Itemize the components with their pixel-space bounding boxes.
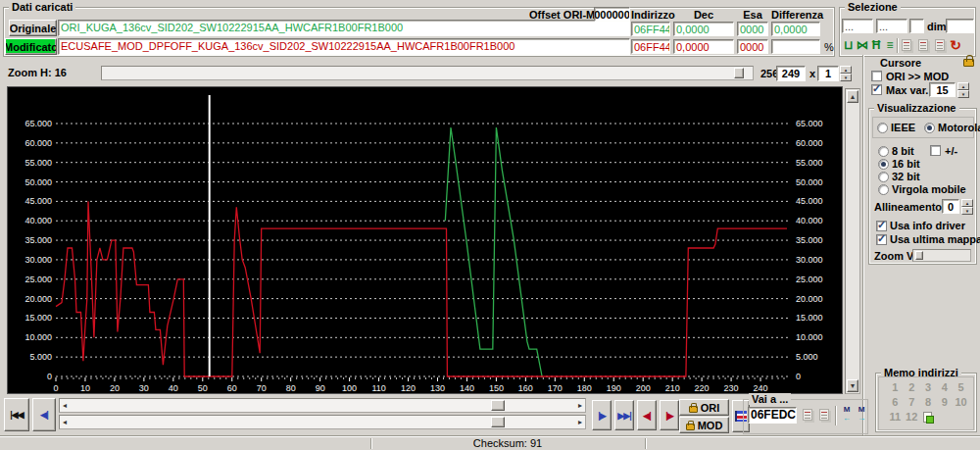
svg-text:60.000: 60.000	[796, 138, 823, 148]
max-var-checkbox[interactable]	[871, 84, 882, 95]
marker-next-icon[interactable]: M →	[855, 405, 868, 423]
hscrollbar-ori[interactable]: ◂ ▸	[59, 398, 586, 413]
scroll-left-icon[interactable]: ◂	[63, 400, 67, 411]
lock-ori-button[interactable]: ORI	[679, 399, 729, 416]
vai-a-group: Vai a ... 06FEDC M ← M →	[743, 399, 868, 434]
copy-selection-icon[interactable]	[902, 39, 911, 51]
address-list-prev-icon[interactable]	[803, 409, 812, 421]
originale-button[interactable]: Originale	[9, 20, 57, 36]
virgola-mobile-radio[interactable]	[878, 184, 889, 195]
chart-vscrollbar[interactable]: ▴ ▾	[845, 88, 860, 394]
vai-a-input[interactable]: 06FEDC	[748, 407, 797, 424]
allineamento-input[interactable]: 0	[942, 199, 959, 214]
memo-slot[interactable]: 5	[953, 381, 969, 395]
zoom-v-slider-track[interactable]	[912, 249, 971, 262]
step-back-button[interactable]: ◀|	[32, 398, 56, 431]
select-rows-icon[interactable]: ≡	[883, 37, 897, 53]
svg-text:10: 10	[80, 383, 90, 393]
usa-info-driver-checkbox[interactable]	[876, 221, 887, 231]
svg-text:50.000: 50.000	[24, 177, 52, 187]
memo-slot[interactable]: 1	[887, 381, 904, 395]
memo-slot[interactable]: 8	[920, 396, 937, 410]
scroll-right-icon[interactable]: ▸	[578, 400, 582, 411]
refresh-icon[interactable]: ↻	[949, 37, 962, 53]
memo-indirizzi-group: Memo indirizzi 1 2 3 4 5 6 7 8 9 10 11 1…	[875, 373, 977, 432]
zoom-h-slider-thumb[interactable]	[734, 68, 744, 78]
hscroll-thumb-ori[interactable]	[491, 400, 505, 411]
motorola-radio[interactable]	[924, 123, 935, 133]
memo-slot[interactable]: 2	[904, 381, 920, 395]
virgola-mobile-label: Virgola mobile	[892, 183, 966, 195]
memo-slot[interactable]: 10	[953, 396, 969, 410]
memo-clear-icon[interactable]	[920, 411, 937, 425]
spinner-up-icon[interactable]: ▴	[961, 199, 973, 207]
zoom-h-factor-spinner[interactable]: ▴ ▾	[840, 66, 852, 81]
spinner-up-icon[interactable]: ▴	[840, 66, 852, 74]
spinner-down-icon[interactable]: ▾	[961, 207, 973, 215]
memo-slot[interactable]: 11	[887, 411, 904, 425]
step-forward-diff-button[interactable]: |▶	[660, 400, 679, 430]
memo-slot[interactable]: 7	[904, 396, 920, 410]
map-chart-canvas[interactable]: 005.0005.00010.00010.00015.00015.00020.0…	[8, 87, 842, 393]
spinner-up-icon[interactable]: ▴	[957, 82, 969, 90]
lock-mod-label: MOD	[698, 420, 723, 431]
marker-prev-icon[interactable]: M ←	[840, 405, 854, 423]
ori-to-mod-checkbox[interactable]	[871, 71, 882, 81]
lock-mod-button[interactable]: MOD	[679, 417, 729, 433]
hscroll-thumb-mod[interactable]	[491, 417, 505, 427]
selection-len-input[interactable]	[909, 19, 924, 33]
dim-input[interactable]	[946, 19, 974, 33]
mod-esa-value: 0000	[737, 39, 768, 54]
usa-info-driver-label: Usa info driver	[890, 220, 965, 231]
ieee-radio[interactable]	[877, 123, 888, 133]
scroll-left-icon[interactable]: ◂	[63, 417, 67, 427]
fast-forward-button[interactable]: ▶▶|	[614, 400, 634, 430]
allineamento-spinner[interactable]: ▴ ▾	[961, 199, 973, 214]
hscrollbar-mod[interactable]: ◂ ▸	[59, 415, 586, 429]
bit32-radio[interactable]	[878, 172, 889, 182]
lock-icon[interactable]	[963, 59, 974, 67]
step-back-diff-button[interactable]: ◀|	[637, 400, 657, 430]
select-start-icon[interactable]: ⊔	[842, 37, 856, 53]
select-range-icon[interactable]: ⋈	[856, 37, 869, 53]
svg-text:55.000: 55.000	[796, 158, 823, 168]
restore-selection-icon[interactable]	[935, 39, 945, 51]
selection-from-input[interactable]: ...	[842, 19, 873, 33]
zoom-v-slider-thumb[interactable]	[915, 251, 923, 260]
bit16-radio[interactable]	[878, 159, 889, 170]
scroll-up-icon[interactable]: ▴	[847, 90, 858, 103]
select-width-icon[interactable]: Ħ	[869, 37, 883, 53]
spinner-down-icon[interactable]: ▾	[957, 90, 969, 98]
memo-slot[interactable]: 3	[920, 381, 937, 395]
zoom-h-slider-track[interactable]	[101, 66, 754, 80]
mod-dec-value: 0,0000	[673, 39, 734, 54]
ori-differenza-value: 0,0000	[771, 22, 820, 36]
address-list-next-icon[interactable]	[819, 409, 829, 421]
memo-slot[interactable]: 12	[904, 411, 920, 425]
memo-slot[interactable]: 6	[887, 396, 904, 410]
zoom-h-factor-input[interactable]: 1	[817, 66, 839, 81]
max-var-spinner[interactable]: ▴ ▾	[957, 82, 969, 97]
svg-text:40.000: 40.000	[796, 216, 823, 225]
spinner-down-icon[interactable]: ▾	[840, 74, 852, 81]
bit8-radio[interactable]	[878, 146, 889, 157]
go-first-button[interactable]: |◀◀	[4, 398, 29, 431]
statusbar-divider	[645, 438, 647, 449]
bit8-label: 8 bit	[892, 145, 914, 157]
scroll-right-icon[interactable]: ▸	[578, 417, 582, 427]
step-forward-button[interactable]: |▶	[592, 400, 612, 430]
usa-ultima-mappa-label: Usa ultima mappa	[890, 233, 980, 245]
max-var-input[interactable]: 15	[929, 82, 956, 97]
map-chart[interactable]: 005.0005.00010.00010.00015.00015.00020.0…	[7, 86, 843, 394]
modificato-button[interactable]: Modificato	[5, 38, 57, 55]
svg-text:35.000: 35.000	[24, 235, 52, 245]
memo-slot[interactable]: 9	[936, 396, 953, 410]
paste-selection-icon[interactable]	[918, 39, 928, 51]
selection-to-input[interactable]: ...	[876, 19, 907, 33]
checksum-status: Checksum: 91	[372, 437, 643, 449]
memo-slot[interactable]: 4	[936, 381, 953, 395]
percent-label: %	[824, 41, 834, 53]
plusminus-checkbox[interactable]	[930, 145, 941, 156]
scroll-down-icon[interactable]: ▾	[847, 379, 858, 392]
usa-ultima-mappa-checkbox[interactable]	[876, 234, 887, 245]
